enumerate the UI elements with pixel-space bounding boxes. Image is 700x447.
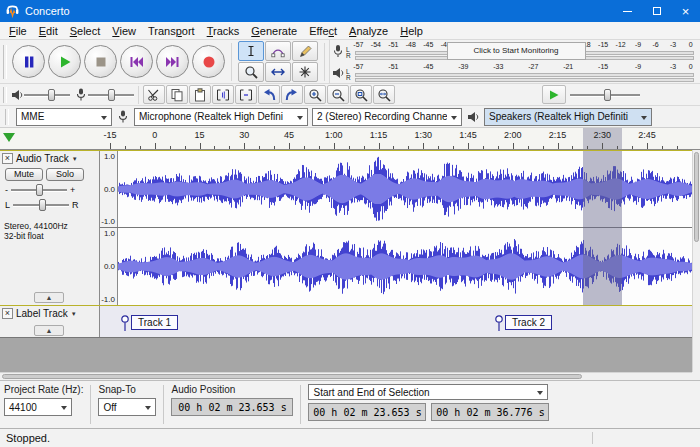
- vertical-scrollbar[interactable]: [692, 150, 700, 372]
- speaker-icon: [330, 62, 346, 84]
- track-close-button[interactable]: ×: [2, 153, 13, 164]
- track-title[interactable]: Audio Track: [16, 153, 69, 164]
- copy-button[interactable]: [166, 85, 188, 104]
- label-item[interactable]: Track 2: [494, 311, 552, 333]
- meter-scale-label: -54: [371, 41, 381, 48]
- ruler-tick: [438, 146, 439, 149]
- label-text[interactable]: Track 1: [131, 315, 178, 330]
- menu-help[interactable]: Help: [394, 23, 429, 39]
- toolbar-grip[interactable]: [3, 87, 7, 103]
- horizontal-scrollbar[interactable]: [0, 372, 692, 380]
- silence-audio-button[interactable]: [235, 85, 257, 104]
- mute-button[interactable]: Mute: [5, 168, 43, 181]
- label-text[interactable]: Track 2: [505, 315, 552, 330]
- menu-generate[interactable]: Generate: [245, 23, 303, 39]
- draw-tool-button[interactable]: [292, 41, 318, 61]
- play-speed-slider[interactable]: [570, 88, 640, 102]
- redo-button[interactable]: [281, 85, 303, 104]
- secondary-toolbars: [0, 84, 700, 106]
- fit-selection-button[interactable]: [350, 85, 372, 104]
- meter-channel-label: R: [346, 53, 355, 60]
- time-shift-tool-button[interactable]: [265, 62, 291, 82]
- trim-audio-button[interactable]: [212, 85, 234, 104]
- solo-button[interactable]: Solo: [46, 168, 84, 181]
- cut-button[interactable]: [143, 85, 165, 104]
- close-button[interactable]: ×: [671, 0, 700, 22]
- label-item[interactable]: Track 1: [120, 311, 178, 333]
- zoom-tool-button[interactable]: [238, 62, 264, 82]
- recording-device-select[interactable]: Microphone (Realtek High Defini: [134, 108, 308, 126]
- toolbar-grip[interactable]: [5, 109, 9, 125]
- maximize-button[interactable]: [642, 0, 671, 22]
- stop-button[interactable]: [84, 45, 117, 78]
- selection-tool-button[interactable]: [238, 41, 264, 61]
- menu-select[interactable]: Select: [64, 23, 107, 39]
- dropdown-arrow-icon: [97, 109, 111, 125]
- output-volume-slider[interactable]: [24, 88, 70, 102]
- meter-scale-label: -48: [406, 41, 416, 48]
- menu-file[interactable]: File: [3, 23, 33, 39]
- menu-view[interactable]: View: [106, 23, 142, 39]
- fit-project-button[interactable]: [373, 85, 395, 104]
- ruler-tick: [423, 143, 424, 149]
- record-button[interactable]: [192, 45, 225, 78]
- toolbar-grip[interactable]: [3, 45, 7, 79]
- vertical-scale[interactable]: 1.0 0.0 -1.0: [100, 151, 118, 227]
- menu-transport[interactable]: Transport: [142, 23, 201, 39]
- zoom-in-button[interactable]: [304, 85, 326, 104]
- snap-to-value: Off: [99, 402, 141, 413]
- label-track-area[interactable]: Track 1 Track 2: [100, 306, 692, 337]
- meter-scale-label: -51: [388, 63, 398, 70]
- menu-analyze[interactable]: Analyze: [343, 23, 394, 39]
- skip-to-end-button[interactable]: [156, 45, 189, 78]
- input-volume-mic-icon: [74, 88, 88, 101]
- ruler-tick: [319, 146, 320, 149]
- skip-to-start-button[interactable]: [120, 45, 153, 78]
- recording-channels-select[interactable]: 2 (Stereo) Recording Channels: [312, 108, 462, 126]
- selection-mode-select[interactable]: Start and End of Selection: [308, 384, 548, 400]
- multi-tool-icon: [298, 65, 312, 79]
- play-button[interactable]: [48, 45, 81, 78]
- multi-tool-button[interactable]: [292, 62, 318, 82]
- audio-host-select[interactable]: MME: [16, 108, 112, 126]
- track-menu-arrow-icon[interactable]: ▼: [71, 311, 77, 317]
- pause-button[interactable]: [12, 45, 45, 78]
- monitor-message[interactable]: Click to Start Monitoring: [447, 42, 586, 60]
- menu-tracks[interactable]: Tracks: [201, 23, 246, 39]
- minimize-button[interactable]: [613, 0, 642, 22]
- menu-edit[interactable]: Edit: [33, 23, 64, 39]
- envelope-tool-button[interactable]: [265, 41, 291, 61]
- paste-button[interactable]: [189, 85, 211, 104]
- ruler-tick: [155, 143, 156, 149]
- ruler-tick: [483, 146, 484, 149]
- meter-scale-label: -51: [388, 41, 398, 48]
- zoom-out-button[interactable]: [327, 85, 349, 104]
- selection-end-field[interactable]: 00 h 02 m 36.776 s: [431, 403, 549, 421]
- horizontal-scrollbar-thumb[interactable]: [2, 374, 582, 379]
- audio-position-field[interactable]: 00 h 02 m 23.653 s: [171, 398, 293, 416]
- gain-slider[interactable]: - +: [0, 181, 99, 196]
- menu-bar: FileEditSelectViewTransportTracksGenerat…: [0, 22, 700, 40]
- project-rate-select[interactable]: 44100: [4, 398, 72, 416]
- playback-meter[interactable]: L R -57-51-45-39-33-27-21-15-9-30: [329, 62, 700, 84]
- playback-device-select[interactable]: Speakers (Realtek High Definiti: [484, 108, 652, 126]
- play-at-speed-button[interactable]: [542, 85, 566, 104]
- recording-meter[interactable]: L R -57-54-51-48-45-42-18-15-12-9-6-30 C…: [329, 40, 700, 62]
- track-collapse-button[interactable]: ▲: [34, 325, 64, 336]
- timeline-ruler[interactable]: -1501530451:001:151:301:452:002:152:302:…: [0, 128, 700, 150]
- menu-effect[interactable]: Effect: [303, 23, 343, 39]
- track-close-button[interactable]: ×: [2, 308, 13, 319]
- vertical-scale[interactable]: 1.0 0.0 -1.0: [100, 228, 118, 305]
- track-title[interactable]: Label Track: [16, 308, 68, 319]
- track-collapse-button[interactable]: ▲: [34, 292, 64, 303]
- track-menu-arrow-icon[interactable]: ▼: [72, 156, 78, 162]
- undo-button[interactable]: [258, 85, 280, 104]
- redo-icon: [285, 88, 299, 101]
- title-bar[interactable]: Concerto ×: [0, 0, 700, 22]
- snap-to-select[interactable]: Off: [98, 398, 156, 416]
- selection-start-field[interactable]: 00 h 02 m 23.653 s: [308, 403, 426, 421]
- input-volume-slider[interactable]: [88, 88, 134, 102]
- vertical-scrollbar-thumb[interactable]: [694, 152, 699, 242]
- gain-max-label: +: [70, 185, 75, 195]
- pan-slider[interactable]: L R: [0, 196, 99, 211]
